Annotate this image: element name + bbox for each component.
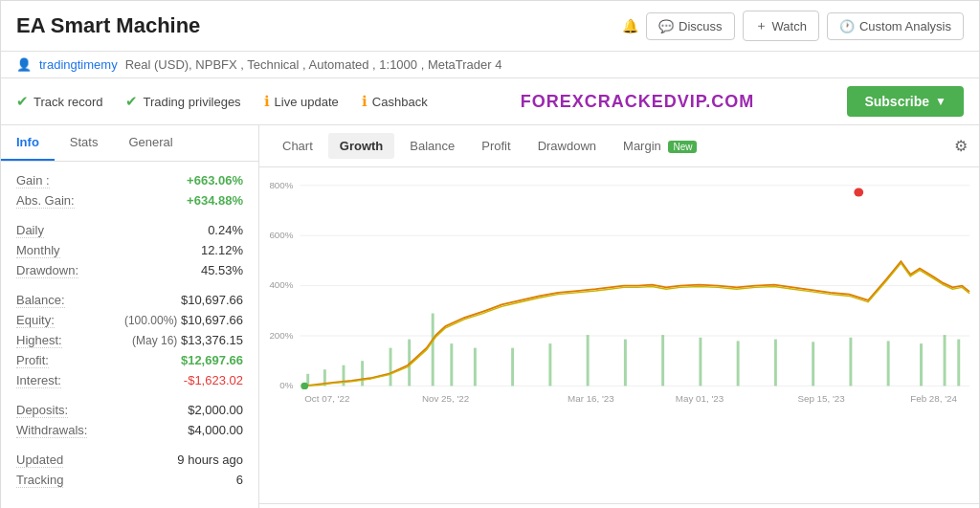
svg-rect-22 <box>432 314 434 387</box>
cashback-icon: ℹ <box>362 93 368 110</box>
drawdown-label: Drawdown: <box>16 263 78 278</box>
svg-text:Feb 28, '24: Feb 28, '24 <box>910 393 957 404</box>
balance-value: $10,697.66 <box>181 293 243 308</box>
clock-icon: 🕐 <box>839 19 855 33</box>
tab-info[interactable]: Info <box>1 125 55 161</box>
svg-rect-23 <box>450 343 453 386</box>
highest-label: Highest: <box>16 333 62 348</box>
chart-tab-drawdown[interactable]: Drawdown <box>526 133 608 159</box>
tracking-label: Tracking <box>16 473 63 488</box>
chart-tab-balance[interactable]: Balance <box>398 133 466 159</box>
chart-tab-profit[interactable]: Profit <box>470 133 522 159</box>
profit-label: Profit: <box>16 353 49 368</box>
chevron-down-icon: ▼ <box>935 95 947 108</box>
deposits-value: $2,000.00 <box>188 403 243 418</box>
equity-value: (100.00%) $10,697.66 <box>124 313 243 328</box>
subscribe-button[interactable]: Subscribe ▼ <box>847 86 964 117</box>
updated-value: 9 hours ago <box>177 453 243 468</box>
chart-tab-chart[interactable]: Chart <box>271 133 324 159</box>
svg-rect-33 <box>812 342 814 386</box>
withdrawals-value: $4,000.00 <box>188 423 243 438</box>
svg-rect-30 <box>699 338 702 387</box>
svg-rect-20 <box>390 348 392 387</box>
profit-value: $12,697.66 <box>181 353 243 368</box>
tab-stats[interactable]: Stats <box>55 125 114 161</box>
check-icon: ✔ <box>16 93 29 110</box>
svg-text:Oct 07, '22: Oct 07, '22 <box>304 393 349 404</box>
svg-rect-25 <box>511 348 514 387</box>
svg-text:200%: 200% <box>269 330 294 341</box>
svg-text:Mar 16, '23: Mar 16, '23 <box>568 393 614 404</box>
check-icon-2: ✔ <box>125 93 138 110</box>
svg-text:Nov 25, '22: Nov 25, '22 <box>422 393 469 404</box>
page-title: EA Smart Machine <box>16 13 622 38</box>
chart-tab-margin[interactable]: Margin New <box>612 133 708 159</box>
chart-tab-growth[interactable]: Growth <box>328 133 395 159</box>
svg-rect-34 <box>849 338 852 387</box>
equity-label: Equity: <box>16 313 55 328</box>
discuss-button[interactable]: 💬 Discuss <box>646 12 735 40</box>
svg-text:Sep 15, '23: Sep 15, '23 <box>797 393 844 404</box>
new-badge: New <box>668 141 697 153</box>
svg-rect-31 <box>737 341 740 386</box>
svg-point-39 <box>854 188 863 197</box>
daily-value: 0.24% <box>208 223 243 238</box>
drawdown-value: 45.53% <box>201 263 243 278</box>
info-icon: ℹ <box>264 93 270 110</box>
svg-rect-29 <box>661 335 664 386</box>
discuss-icon: 💬 <box>658 19 674 33</box>
updated-label: Updated <box>16 453 63 468</box>
svg-text:May 01, '23: May 01, '23 <box>676 393 724 404</box>
svg-rect-26 <box>548 343 551 386</box>
cashback-status: ℹ Cashback <box>362 93 428 110</box>
svg-rect-37 <box>944 335 947 386</box>
live-update-status: ℹ Live update <box>264 93 339 110</box>
track-record-status: ✔ Track record <box>16 93 102 110</box>
svg-rect-36 <box>920 343 923 386</box>
custom-analysis-button[interactable]: 🕐 Custom Analysis <box>827 12 964 40</box>
plus-icon: ＋ <box>755 17 768 34</box>
svg-rect-35 <box>887 341 890 386</box>
notification-icon[interactable]: 🔔 <box>622 18 638 33</box>
gain-label: Gain : <box>16 173 50 188</box>
gain-value: +663.06% <box>187 173 243 188</box>
svg-rect-28 <box>624 340 627 387</box>
svg-rect-38 <box>957 340 960 387</box>
abs-gain-value: +634.88% <box>187 193 243 209</box>
username-link[interactable]: tradingtimemy <box>39 57 118 72</box>
svg-rect-24 <box>474 348 477 387</box>
trading-privileges-status: ✔ Trading privileges <box>125 93 240 110</box>
interest-label: Interest: <box>16 373 61 388</box>
interest-value: -$1,623.02 <box>184 373 243 388</box>
tab-general[interactable]: General <box>113 125 188 161</box>
balance-label: Balance: <box>16 293 65 308</box>
svg-rect-19 <box>361 361 364 386</box>
svg-text:400%: 400% <box>269 280 294 291</box>
user-details: Real (USD), NPBFX , Technical , Automate… <box>125 57 502 72</box>
watch-button[interactable]: ＋ Watch <box>743 11 819 41</box>
abs-gain-label: Abs. Gain: <box>16 193 75 209</box>
monthly-value: 12.12% <box>201 243 243 258</box>
svg-rect-32 <box>774 340 777 387</box>
chart-legend: Equity Growth Growth Deposit Withdrawal <box>259 503 979 508</box>
watermark: FOREXCRACKEDVIP.COM <box>451 92 825 112</box>
svg-text:0%: 0% <box>279 380 294 390</box>
daily-label: Daily <box>16 223 44 238</box>
chart-settings-icon[interactable]: ⚙ <box>954 137 968 155</box>
svg-text:600%: 600% <box>269 230 294 240</box>
growth-chart: 800% 600% 400% 200% 0% Oct 07, '22 Nov 2… <box>267 175 971 443</box>
tracking-value: 6 <box>236 473 243 488</box>
highest-value: (May 16) $13,376.15 <box>132 333 243 348</box>
svg-text:800%: 800% <box>269 180 294 190</box>
withdrawals-label: Withdrawals: <box>16 423 87 438</box>
user-icon: 👤 <box>16 57 32 72</box>
chart-area: 800% 600% 400% 200% 0% Oct 07, '22 Nov 2… <box>259 167 979 503</box>
monthly-label: Monthly <box>16 243 60 258</box>
svg-point-40 <box>301 383 308 389</box>
deposits-label: Deposits: <box>16 403 68 418</box>
svg-rect-27 <box>587 335 590 386</box>
